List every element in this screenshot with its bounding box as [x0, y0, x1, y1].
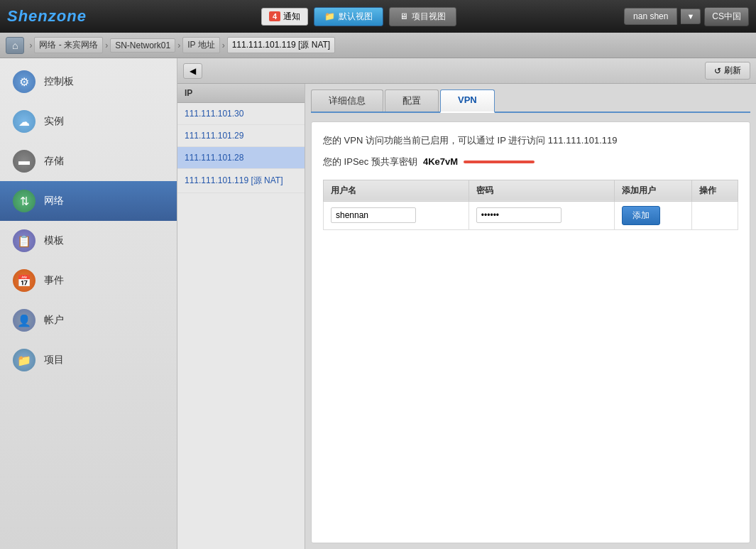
user-name: nan shen [633, 11, 668, 21]
sidebar-label-storage: 存储 [44, 155, 64, 168]
password-cell[interactable] [469, 201, 614, 229]
toolbar-row: ◀ ↺ 刷新 [177, 58, 756, 84]
ip-item-3[interactable]: 111.111.101.119 [源 NAT] [177, 169, 305, 193]
sidebar-item-account[interactable]: 👤 帐户 [0, 300, 177, 340]
sidebar-item-storage[interactable]: ▬ 存储 [0, 141, 177, 181]
username-cell[interactable] [324, 201, 469, 229]
collapse-icon: ◀ [190, 66, 196, 76]
vpn-info-line1: 您的 VPN 访问功能当前已启用，可以通过 IP 进行访问 111.111.10… [323, 134, 738, 148]
sidebar-item-project[interactable]: 📁 项目 [0, 340, 177, 380]
folder-icon: 📁 [324, 11, 335, 21]
tab-vpn[interactable]: VPN [440, 89, 495, 113]
main-layout: ⚙ 控制板 ☁ 实例 ▬ 存储 ⇅ 网络 📋 模板 📅 事件 👤 帐户 📁 [0, 58, 756, 549]
sidebar-item-instance[interactable]: ☁ 实例 [0, 102, 177, 141]
sidebar: ⚙ 控制板 ☁ 实例 ▬ 存储 ⇅ 网络 📋 模板 📅 事件 👤 帐户 📁 [0, 58, 177, 549]
password-input[interactable] [476, 207, 561, 223]
sidebar-label-account: 帐户 [44, 314, 64, 327]
topbar-center: 4 通知 📁 默认视图 🖥 项目视图 [101, 7, 617, 26]
breadcrumb-arrow-3: › [177, 40, 180, 50]
sidebar-item-network[interactable]: ⇅ 网络 [0, 181, 177, 221]
ip-item-2[interactable]: 111.111.101.28 [177, 147, 305, 169]
sidebar-item-dashboard[interactable]: ⚙ 控制板 [0, 62, 177, 102]
col-username: 用户名 [324, 180, 469, 201]
sidebar-item-template[interactable]: 📋 模板 [0, 221, 177, 261]
psk-key: 4Ke7vM [423, 156, 458, 167]
brand-name: Shenzone [7, 7, 87, 25]
topbar: Shenzone 4 通知 📁 默认视图 🖥 项目视图 nan shen ▼ C… [0, 0, 756, 33]
dropdown-arrow-icon: ▼ [686, 12, 694, 21]
cs-badge: CS中国 [704, 7, 749, 26]
notify-button[interactable]: 4 通知 [261, 8, 308, 26]
sidebar-label-instance: 实例 [44, 115, 64, 128]
notify-badge: 4 [269, 11, 280, 21]
network-icon: ⇅ [13, 190, 35, 212]
collapse-button[interactable]: ◀ [183, 63, 202, 79]
sidebar-item-event[interactable]: 📅 事件 [0, 261, 177, 300]
user-section: nan shen ▼ CS中国 [624, 7, 749, 26]
action-cell [691, 201, 738, 229]
breadcrumb-arrow-4: › [222, 40, 225, 50]
add-user-cell[interactable]: 添加 [614, 201, 691, 229]
breadcrumb-arrow-1: › [29, 40, 32, 50]
project-view-label: 项目视图 [412, 11, 446, 23]
event-icon: 📅 [13, 269, 35, 292]
detail-panel: 详细信息 配置 VPN 您的 VPN 访问功能当前已启用，可以通过 IP 进行访… [305, 84, 756, 549]
default-view-button[interactable]: 📁 默认视图 [314, 7, 383, 26]
breadcrumb-sn[interactable]: SN-Network01 [110, 38, 175, 53]
refresh-button[interactable]: ↺ 刷新 [705, 62, 750, 80]
ip-item-1[interactable]: 111.111.101.29 [177, 125, 305, 147]
control-icon: ⚙ [13, 70, 35, 93]
breadcrumb-nat[interactable]: 111.111.101.119 [源 NAT] [227, 37, 336, 53]
table-row: 添加 [324, 201, 738, 229]
account-icon: 👤 [13, 309, 35, 332]
ip-item-0[interactable]: 111.111.101.30 [177, 103, 305, 125]
breadcrumb-ip[interactable]: IP 地址 [182, 37, 219, 53]
psk-prefix: 您的 IPSec 预共享密钥 [323, 156, 417, 168]
vpn-content: 您的 VPN 访问功能当前已启用，可以通过 IP 进行访问 111.111.10… [311, 121, 750, 543]
instance-icon: ☁ [13, 110, 35, 133]
sidebar-label-project: 项目 [44, 354, 64, 366]
notify-label: 通知 [283, 11, 300, 23]
storage-icon: ▬ [13, 150, 35, 173]
tab-bar: 详细信息 配置 VPN [311, 89, 750, 113]
refresh-label: 刷新 [724, 65, 741, 77]
col-add-user: 添加用户 [614, 180, 691, 201]
sidebar-label-network: 网络 [44, 195, 64, 207]
breadcrumb-bar: ⌂ › 网络 - 来宾网络 › SN-Network01 › IP 地址 › 1… [0, 33, 756, 58]
monitor-icon: 🖥 [400, 11, 408, 21]
breadcrumb-network[interactable]: 网络 - 来宾网络 [34, 37, 103, 53]
sidebar-label-template: 模板 [44, 234, 64, 247]
breadcrumb-arrow-2: › [105, 40, 108, 50]
psk-hidden-value [464, 161, 535, 163]
add-user-button[interactable]: 添加 [622, 206, 660, 225]
home-icon: ⌂ [12, 40, 18, 51]
project-icon: 📁 [13, 349, 35, 371]
user-button[interactable]: nan shen [624, 8, 677, 25]
home-breadcrumb[interactable]: ⌂ [6, 37, 24, 54]
brand-logo: Shenzone [7, 7, 87, 26]
col-action: 操作 [691, 180, 738, 201]
ip-column-header: IP [177, 84, 305, 103]
col-password: 密码 [469, 180, 614, 201]
refresh-icon: ↺ [714, 66, 721, 76]
template-icon: 📋 [13, 229, 35, 252]
split-content: IP 111.111.101.30 111.111.101.29 111.111… [177, 84, 756, 549]
tab-config[interactable]: 配置 [385, 89, 439, 112]
default-view-label: 默认视图 [339, 11, 373, 23]
tab-details[interactable]: 详细信息 [311, 89, 383, 112]
psk-row: 您的 IPSec 预共享密钥 4Ke7vM [323, 156, 738, 168]
ip-panel: IP 111.111.101.30 111.111.101.29 111.111… [177, 84, 305, 549]
username-input[interactable] [331, 207, 416, 223]
content-area: ◀ ↺ 刷新 IP 111.111.101.30 111.111.101.29 … [177, 58, 756, 549]
user-dropdown-button[interactable]: ▼ [681, 9, 701, 24]
sidebar-label-event: 事件 [44, 274, 64, 287]
project-view-button[interactable]: 🖥 项目视图 [389, 7, 456, 26]
user-table: 用户名 密码 添加用户 操作 [323, 180, 738, 230]
sidebar-label-dashboard: 控制板 [44, 75, 74, 88]
